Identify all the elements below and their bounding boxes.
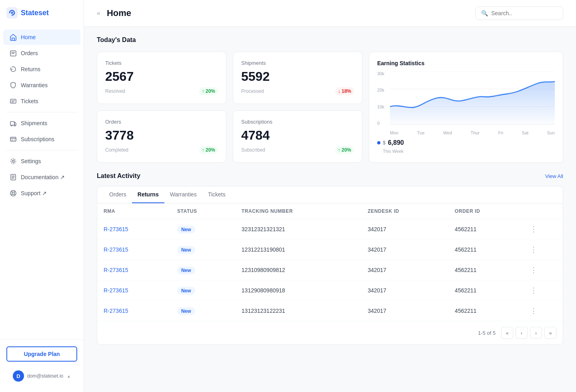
pagination: 1-5 of 5 « ‹ › » [97, 321, 563, 344]
actions-cell: ⋮ [524, 219, 563, 240]
tracking-cell: 13123123122231 [235, 301, 361, 321]
orders-badge: ↑ 20% [199, 146, 218, 154]
shipments-value: 5592 [241, 69, 354, 84]
sidebar-item-home[interactable]: Home [3, 30, 80, 45]
tracking-cell: 13129080980918 [235, 280, 361, 301]
y-label-0: 0 [377, 121, 384, 126]
subscriptions-value: 4784 [241, 128, 354, 143]
sidebar-item-subscriptions[interactable]: Subscriptions [3, 132, 80, 147]
view-all-button[interactable]: View All [545, 173, 563, 179]
sidebar-item-orders[interactable]: Orders [3, 46, 80, 61]
order-cell: 4562211 [448, 260, 524, 280]
user-email: dom@stateset.io [27, 373, 64, 379]
x-label-sat: Sat [522, 130, 529, 135]
sidebar-item-settings[interactable]: Settings [3, 154, 80, 169]
tracking-cell: 12310980909812 [235, 260, 361, 280]
orders-label: Orders [105, 119, 218, 125]
tab-orders[interactable]: Orders [104, 186, 132, 203]
th-order: Order ID [448, 204, 524, 219]
pagination-prev-button[interactable]: ‹ [516, 327, 528, 339]
logo: Stateset [0, 0, 84, 26]
svg-point-11 [12, 192, 14, 194]
sidebar-nav: Home Orders Returns Warranties [0, 26, 84, 340]
status-cell: New [171, 301, 235, 321]
zendesk-cell: 342017 [361, 240, 448, 260]
sidebar-item-tickets[interactable]: Tickets [3, 94, 80, 109]
more-actions-button[interactable]: ⋮ [530, 225, 537, 234]
chart-area: 30k 20k 10k 0 [377, 71, 555, 135]
more-actions-button[interactable]: ⋮ [530, 266, 537, 274]
sidebar-item-label: Settings [21, 158, 41, 164]
docs-icon [10, 174, 17, 181]
sidebar-footer: Upgrade Plan D dom@stateset.io ▲ [0, 340, 84, 392]
sidebar-item-label: Home [21, 34, 36, 40]
orders-value: 3778 [105, 128, 218, 143]
subscriptions-sub: Subscribed [241, 147, 265, 153]
sidebar-item-support[interactable]: Support ↗ [3, 186, 80, 201]
rma-link[interactable]: R-273615 [104, 308, 128, 314]
search-input[interactable] [491, 10, 557, 16]
sidebar-collapse-button[interactable]: « [97, 10, 100, 17]
svg-point-8 [12, 160, 14, 162]
rma-link[interactable]: R-273615 [104, 287, 128, 294]
rma-link[interactable]: R-273615 [104, 226, 128, 232]
rma-link[interactable]: R-273615 [104, 246, 128, 253]
sidebar-item-label: Warranties [21, 82, 48, 88]
more-actions-button[interactable]: ⋮ [530, 286, 537, 295]
more-actions-button[interactable]: ⋮ [530, 306, 537, 315]
tab-returns[interactable]: Returns [132, 186, 164, 203]
topbar: « Home 🔍 [84, 0, 576, 27]
activity-table: RMA Status Tracking Number Zendesk ID Or… [97, 204, 563, 321]
status-badge: New [177, 246, 195, 254]
shipments-footer: Processed ↓ 18% [241, 87, 354, 95]
status-cell: New [171, 260, 235, 280]
sidebar-item-label: Documentation ↗ [21, 174, 65, 180]
activity-header: Latest Activity View All [97, 172, 563, 180]
support-icon [10, 190, 17, 197]
tab-warranties[interactable]: Warranties [164, 186, 202, 203]
content-area: Today's Data Tickets 2567 Resolved ↑ 20%… [84, 27, 576, 354]
sidebar-item-documentation[interactable]: Documentation ↗ [3, 170, 80, 185]
table-row: R-273615 New 32312321321321 342017 45622… [97, 219, 563, 240]
tickets-card: Tickets 2567 Resolved ↑ 20% [97, 52, 226, 104]
pagination-next-button[interactable]: › [530, 327, 542, 339]
x-label-tue: Tue [417, 130, 425, 135]
th-rma: RMA [97, 204, 171, 219]
pagination-first-button[interactable]: « [501, 327, 513, 339]
tickets-label: Tickets [105, 60, 218, 66]
status-badge: New [177, 266, 195, 274]
shipments-card: Shipments 5592 Processed ↓ 18% [233, 52, 362, 104]
subscriptions-footer: Subscribed ↑ 20% [241, 146, 354, 154]
rma-link[interactable]: R-273615 [104, 267, 128, 273]
pagination-info: 1-5 of 5 [478, 330, 496, 336]
nav-divider-2 [6, 150, 77, 150]
home-icon [10, 34, 17, 41]
main-content: « Home 🔍 Today's Data Tickets 2567 Resol… [84, 0, 576, 392]
more-actions-button[interactable]: ⋮ [530, 245, 537, 254]
sidebar-item-label: Tickets [21, 98, 38, 104]
svg-rect-4 [10, 122, 14, 125]
pagination-last-button[interactable]: » [544, 327, 556, 339]
x-label-fri: Fri [498, 130, 503, 135]
sidebar-item-shipments[interactable]: Shipments [3, 116, 80, 131]
sidebar-item-returns[interactable]: Returns [3, 62, 80, 77]
table-header-row: RMA Status Tracking Number Zendesk ID Or… [97, 204, 563, 219]
shipments-label: Shipments [241, 60, 354, 66]
status-badge: New [177, 287, 195, 295]
activity-table-container: Orders Returns Warranties Tickets RMA St… [97, 186, 563, 345]
x-label-wed: Wed [443, 130, 452, 135]
shipments-sub: Processed [241, 88, 264, 94]
tab-tickets[interactable]: Tickets [202, 186, 231, 203]
today-data-title: Today's Data [97, 36, 136, 44]
y-label-20k: 20k [377, 88, 384, 92]
app-name: Stateset [21, 9, 49, 17]
search-icon: 🔍 [481, 10, 488, 16]
rma-cell: R-273615 [97, 240, 171, 260]
subscriptions-card: Subscriptions 4784 Subscribed ↑ 20% [233, 110, 362, 163]
sidebar-item-warranties[interactable]: Warranties [3, 78, 80, 93]
th-tracking: Tracking Number [235, 204, 361, 219]
table-row: R-273615 New 13123123122231 342017 45622… [97, 301, 563, 321]
chart-dot [377, 141, 380, 144]
upgrade-plan-button[interactable]: Upgrade Plan [6, 346, 77, 362]
subscriptions-label: Subscriptions [241, 119, 354, 125]
